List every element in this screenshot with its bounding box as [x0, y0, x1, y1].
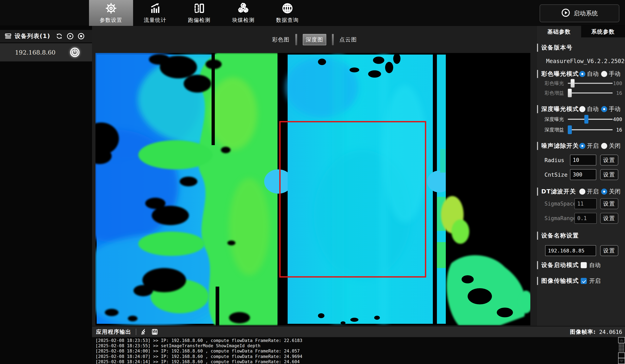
slider-handle[interactable] — [568, 126, 572, 134]
depth-exposure-manual-radio[interactable] — [601, 106, 607, 112]
start-system-label: 启动系统 — [574, 9, 598, 18]
section-bar — [537, 105, 538, 113]
scroll-up-button[interactable] — [618, 337, 625, 343]
slider-value: 100 — [613, 81, 622, 86]
slider-value: 16 — [616, 90, 622, 96]
device-list-header: 设备列表(1) — [0, 30, 92, 42]
dt-filter-on-radio[interactable] — [579, 189, 585, 195]
section-title: 噪声滤除开关 — [541, 142, 579, 150]
dt-filter-off-radio[interactable] — [601, 189, 607, 195]
toolbar-item-label: 块煤检测 — [232, 17, 255, 24]
save-log-button[interactable] — [151, 328, 158, 335]
log-line: [2025-02-08 18:24:07] >> IP: 192.168.8.6… — [92, 354, 625, 359]
dt-filter-on-label: 开启 — [587, 188, 599, 196]
refresh-devices-button[interactable] — [56, 32, 63, 40]
field-label: Radius — [544, 157, 564, 163]
main-view: 彩色图 深度图 点云图 — [92, 26, 537, 326]
log-line: [2025-02-08 18:23:55] >> setImageTransfe… — [92, 343, 625, 348]
noise-filter-on-radio[interactable] — [579, 143, 585, 149]
section-title: 深度曝光模式 — [541, 105, 579, 113]
parameters-panel: 基础参数 系统参数 设备版本号 MeasureFlow_V6.2.2.25020… — [537, 26, 625, 326]
depth-gain-slider[interactable] — [568, 129, 613, 130]
depth-exposure-header: 深度曝光模式 自动 手动 — [537, 105, 625, 113]
device-name-set-button[interactable]: 设置 — [600, 245, 618, 256]
scroll-down-button[interactable] — [618, 358, 625, 364]
transfer-mode-checkbox[interactable] — [581, 278, 587, 284]
toolbar-item-deviation-detection[interactable]: 跑偏检测 — [177, 0, 221, 26]
stop-all-button[interactable] — [77, 32, 85, 40]
field-label: SigmaSpace — [544, 201, 576, 207]
sigmarange-field-row: SigmaRange 0.1 设置 — [537, 213, 625, 224]
power-icon[interactable] — [70, 47, 80, 57]
section-bar — [537, 188, 538, 196]
sigmarange-set-button[interactable]: 设置 — [600, 213, 618, 224]
sigmaspace-input[interactable]: 11 — [574, 198, 597, 209]
start-system-button[interactable]: 启动系统 — [540, 4, 619, 22]
device-name-input[interactable]: 192.168.8.85 — [545, 245, 596, 256]
slider-handle[interactable] — [568, 89, 572, 97]
log-line: [2025-02-08 18:24:00] >> IP: 192.168.8.6… — [92, 348, 625, 354]
depth-map-image[interactable] — [95, 53, 530, 325]
radius-field-row: Radius 10 设置 — [537, 154, 625, 166]
toolbar-item-data-query[interactable]: 数据查询 — [265, 0, 310, 26]
color-exposure-auto-radio[interactable] — [579, 71, 585, 77]
toolbar-item-label: 跑偏检测 — [188, 17, 211, 24]
device-name-row: 192.168.8.85 设置 — [537, 245, 625, 256]
tab-depth-image[interactable]: 深度图 — [303, 34, 326, 45]
tab-system-params[interactable]: 系统参数 — [581, 26, 625, 37]
panel-tabs: 基础参数 系统参数 — [537, 26, 625, 37]
application-output-log[interactable]: [2025-02-08 18:23:53] >> IP: 192.168.8.6… — [92, 337, 625, 364]
framerate-status: 图像帧率: 24.0616 — [570, 328, 622, 336]
tab-divider — [332, 34, 334, 45]
noise-filter-off-radio[interactable] — [601, 143, 607, 149]
tab-point-cloud[interactable]: 点云图 — [339, 36, 357, 43]
sigmaspace-set-button[interactable]: 设置 — [600, 198, 618, 209]
framerate-label: 图像帧率: — [570, 328, 596, 336]
section-title: 彩色曝光模式 — [541, 70, 579, 78]
sigmarange-input[interactable]: 0.1 — [574, 213, 597, 224]
start-mode-header: 设备启动模式 自动 — [537, 261, 625, 270]
color-exposure-slider[interactable] — [568, 83, 613, 84]
slider-value: 16 — [616, 127, 622, 133]
color-exposure-manual-radio[interactable] — [601, 71, 607, 77]
coal-lumps-icon — [237, 2, 249, 15]
play-all-button[interactable] — [66, 32, 74, 40]
depth-gain-slider-row: 深度增益 16 — [537, 125, 625, 134]
status-band: 应用程序输出 图像帧率: 24.0616 — [92, 327, 625, 337]
radius-set-button[interactable]: 设置 — [600, 155, 618, 166]
color-exposure-header: 彩色曝光模式 自动 手动 — [537, 70, 625, 78]
field-label: CntSize — [544, 171, 567, 178]
depth-exposure-slider[interactable] — [568, 119, 613, 120]
toolbar-item-lump-coal-detection[interactable]: 块煤检测 — [221, 0, 265, 26]
slider-handle[interactable] — [571, 79, 575, 88]
device-sidebar: 设备列表(1) 192.168.8.60 — [0, 26, 92, 364]
radius-input[interactable]: 10 — [570, 155, 596, 166]
clear-log-button[interactable] — [140, 328, 147, 335]
cntsize-field-row: CntSize 300 设置 — [537, 169, 625, 180]
depth-exposure-manual-label: 手动 — [609, 105, 621, 113]
bar-chart-icon — [149, 2, 161, 15]
scrollbar-thumb[interactable] — [618, 353, 625, 358]
section-title: 设备名称设置 — [541, 232, 579, 240]
depth-exposure-auto-radio[interactable] — [579, 106, 585, 112]
tab-divider — [295, 34, 297, 45]
field-label: SigmaRange — [544, 215, 576, 221]
depth-exposure-slider-row: 深度曝光 400 — [537, 115, 625, 124]
log-line: [2025-02-08 18:24:14] >> IP: 192.168.8.6… — [92, 359, 625, 364]
start-mode-checkbox[interactable] — [581, 262, 587, 268]
toolbar-item-label: 流量统计 — [144, 17, 166, 24]
scrollbar-track[interactable] — [619, 343, 625, 352]
log-scrollbar[interactable] — [618, 337, 625, 364]
color-gain-slider[interactable] — [568, 93, 613, 94]
cntsize-input[interactable]: 300 — [570, 169, 596, 180]
tab-basic-params[interactable]: 基础参数 — [537, 26, 581, 37]
section-bar — [537, 261, 538, 269]
slider-handle[interactable] — [584, 115, 588, 124]
app-window: 参数设置 流量统计 跑偏检测 — [0, 0, 625, 364]
toolbar-item-flow-statistics[interactable]: 流量统计 — [133, 0, 177, 26]
device-row[interactable]: 192.168.8.60 — [0, 43, 92, 61]
tab-color-image[interactable]: 彩色图 — [272, 36, 290, 43]
toolbar-item-label: 参数设置 — [100, 17, 122, 24]
toolbar-item-parameter-settings[interactable]: 参数设置 — [89, 0, 133, 26]
cntsize-set-button[interactable]: 设置 — [600, 169, 618, 180]
